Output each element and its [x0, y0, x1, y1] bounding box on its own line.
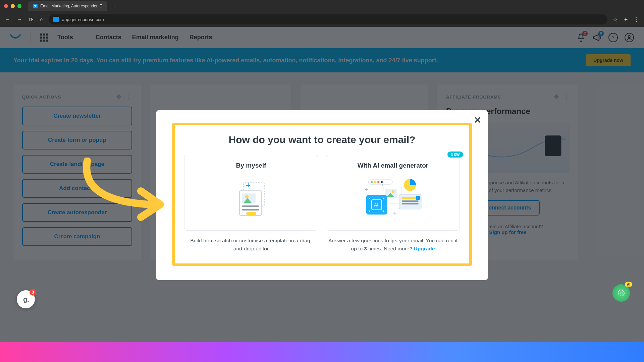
- close-window-icon[interactable]: [4, 4, 8, 8]
- svg-text:+: +: [381, 182, 384, 187]
- svg-rect-9: [246, 212, 256, 215]
- svg-point-22: [383, 198, 384, 199]
- svg-point-37: [618, 290, 624, 296]
- svg-text:+: +: [393, 210, 397, 217]
- bottom-gradient-bar: [0, 342, 644, 362]
- svg-point-17: [392, 190, 394, 193]
- reload-icon[interactable]: ⟳: [29, 16, 33, 23]
- svg-rect-27: [402, 200, 419, 202]
- option-ai-generator: NEW With AI email generator: [326, 155, 460, 253]
- site-favicon-icon: [33, 4, 38, 8]
- svg-point-38: [620, 293, 621, 294]
- svg-point-13: [377, 181, 379, 183]
- upgrade-link[interactable]: Upgrade: [414, 246, 435, 251]
- modal-highlight-frame: How do you want to create your email? By…: [172, 123, 472, 266]
- svg-rect-8: [242, 209, 259, 210]
- svg-point-21: [369, 198, 370, 199]
- url-text: app.getresponse.com: [62, 17, 104, 22]
- ai-illustration-icon: AI T + + +: [332, 175, 454, 222]
- card-title: By myself: [190, 162, 312, 169]
- minimize-window-icon[interactable]: [11, 4, 15, 8]
- browser-menu-icon[interactable]: ⋮: [634, 16, 639, 23]
- g-widget-badge: 3: [30, 289, 36, 296]
- browser-tab-bar: Email Marketing, Autoresponder, E +: [0, 0, 644, 12]
- svg-point-36: [28, 301, 29, 302]
- new-tab-button[interactable]: +: [110, 3, 119, 10]
- tab-title: Email Marketing, Autoresponder, E: [40, 4, 102, 8]
- svg-point-12: [374, 181, 376, 183]
- svg-rect-7: [242, 205, 259, 207]
- ai-chat-badge: AI: [625, 282, 632, 287]
- close-modal-button[interactable]: ✕: [474, 115, 481, 126]
- ai-chat-button[interactable]: AI: [612, 284, 630, 302]
- svg-point-39: [622, 293, 623, 294]
- svg-text:AI: AI: [374, 202, 378, 207]
- svg-text:T: T: [417, 196, 419, 199]
- svg-rect-28: [402, 203, 419, 204]
- svg-point-23: [369, 210, 370, 212]
- extensions-icon[interactable]: ✦: [624, 16, 628, 23]
- svg-point-11: [371, 181, 373, 183]
- browser-tab[interactable]: Email Marketing, Autoresponder, E: [28, 1, 107, 11]
- modal-title: How do you want to create your email?: [184, 134, 460, 145]
- bookmark-star-icon[interactable]: ☆: [613, 16, 618, 23]
- window-controls: [4, 4, 21, 8]
- maximize-window-icon[interactable]: [17, 4, 21, 8]
- site-icon: [53, 17, 59, 22]
- svg-point-6: [245, 195, 249, 198]
- app-root: Tools Contacts Email marketing Reports 2…: [0, 27, 644, 342]
- card-by-myself[interactable]: By myself: [184, 155, 318, 231]
- g-widget-icon[interactable]: g 3: [17, 290, 35, 308]
- home-icon[interactable]: ⌂: [40, 16, 43, 23]
- browser-url-bar: ← → ⟳ ⌂ app.getresponse.com ☆ ✦ ⋮: [0, 12, 644, 27]
- create-email-modal: ✕ How do you want to create your email? …: [156, 110, 488, 280]
- card-ai-generator[interactable]: With AI email generator: [326, 155, 460, 231]
- option-by-myself: By myself: [184, 155, 318, 253]
- forward-icon[interactable]: →: [17, 16, 22, 23]
- card-description: Answer a few questions to get your email…: [326, 237, 460, 253]
- svg-point-24: [383, 210, 384, 212]
- svg-text:g: g: [23, 296, 27, 303]
- svg-point-3: [247, 186, 248, 186]
- url-input[interactable]: app.getresponse.com: [49, 14, 607, 24]
- template-illustration-icon: [190, 175, 312, 222]
- back-icon[interactable]: ←: [5, 16, 10, 23]
- card-description: Build from scratch or customise a templa…: [184, 237, 318, 253]
- svg-rect-26: [402, 197, 417, 199]
- card-title: With AI email generator: [332, 162, 454, 169]
- new-badge: NEW: [447, 152, 463, 158]
- svg-text:+: +: [365, 186, 369, 193]
